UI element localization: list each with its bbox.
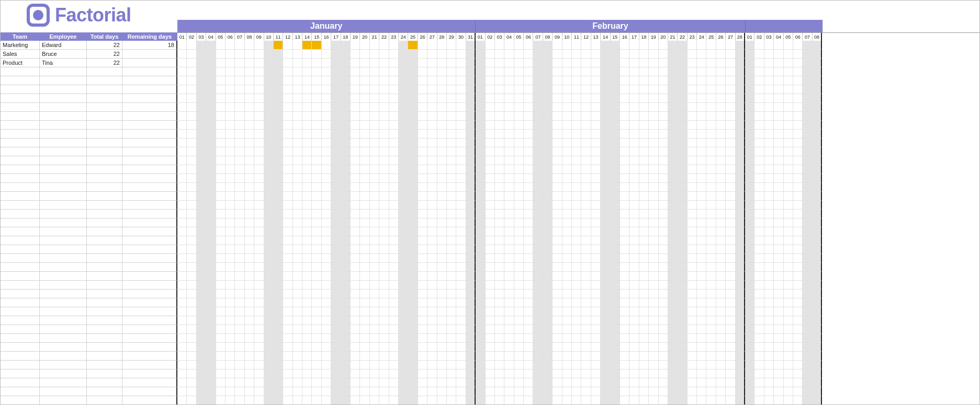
day-cell[interactable] xyxy=(427,183,437,192)
day-cell[interactable] xyxy=(274,272,283,281)
day-cell[interactable] xyxy=(302,41,312,50)
day-cell[interactable] xyxy=(706,272,716,281)
day-cell[interactable] xyxy=(524,227,533,236)
day-cell[interactable] xyxy=(745,352,754,361)
day-cell[interactable] xyxy=(197,174,206,183)
cell-remaining-days[interactable] xyxy=(122,343,177,352)
day-cell[interactable] xyxy=(659,325,668,334)
day-cell[interactable] xyxy=(514,67,524,76)
day-cell[interactable] xyxy=(370,369,379,378)
day-cell[interactable] xyxy=(706,396,716,405)
cell-team[interactable] xyxy=(1,396,40,405)
day-cell[interactable] xyxy=(206,290,216,298)
day-cell[interactable] xyxy=(784,112,793,121)
cell-total-days[interactable] xyxy=(87,307,122,316)
cell-team[interactable] xyxy=(1,192,40,201)
day-cell[interactable] xyxy=(389,201,399,210)
day-cell[interactable] xyxy=(697,352,706,361)
day-cell[interactable] xyxy=(476,343,485,352)
day-cell[interactable] xyxy=(726,174,735,183)
day-cell[interactable] xyxy=(764,218,774,227)
day-cell[interactable] xyxy=(293,254,302,263)
day-cell[interactable] xyxy=(533,59,543,67)
day-cell[interactable] xyxy=(620,201,629,210)
day-cell[interactable] xyxy=(629,201,639,210)
day-cell[interactable] xyxy=(447,272,456,281)
cell-employee[interactable] xyxy=(40,121,87,130)
cell-team[interactable]: Marketing xyxy=(1,41,40,50)
day-cell[interactable] xyxy=(331,192,341,201)
day-cell[interactable] xyxy=(668,174,678,183)
day-cell[interactable] xyxy=(533,210,543,218)
day-cell[interactable] xyxy=(427,121,437,130)
day-header-cell[interactable]: 10 xyxy=(562,33,572,41)
day-cell[interactable] xyxy=(466,130,476,138)
day-cell[interactable] xyxy=(235,298,244,307)
day-cell[interactable] xyxy=(774,192,783,201)
day-cell[interactable] xyxy=(659,298,668,307)
day-cell[interactable] xyxy=(629,227,639,236)
day-cell[interactable] xyxy=(688,41,697,50)
day-cell[interactable] xyxy=(370,387,379,396)
day-cell[interactable] xyxy=(793,183,803,192)
day-cell[interactable] xyxy=(562,138,572,147)
day-cell[interactable] xyxy=(312,316,321,325)
day-cell[interactable] xyxy=(813,41,822,50)
day-cell[interactable] xyxy=(754,192,764,201)
day-cell[interactable] xyxy=(351,281,360,290)
day-cell[interactable] xyxy=(495,50,504,59)
day-cell[interactable] xyxy=(553,112,562,121)
day-cell[interactable] xyxy=(177,378,187,387)
day-cell[interactable] xyxy=(177,334,187,343)
day-cell[interactable] xyxy=(206,94,216,103)
day-cell[interactable] xyxy=(774,210,783,218)
cell-team[interactable] xyxy=(1,272,40,281)
day-cell[interactable] xyxy=(427,192,437,201)
day-cell[interactable] xyxy=(437,281,447,290)
day-cell[interactable] xyxy=(716,94,726,103)
day-cell[interactable] xyxy=(427,272,437,281)
day-cell[interactable] xyxy=(351,316,360,325)
day-cell[interactable] xyxy=(312,227,321,236)
day-cell[interactable] xyxy=(312,165,321,174)
day-cell[interactable] xyxy=(427,369,437,378)
day-cell[interactable] xyxy=(177,183,187,192)
day-cell[interactable] xyxy=(601,192,610,201)
day-cell[interactable] xyxy=(736,165,745,174)
day-cell[interactable] xyxy=(486,41,495,50)
day-cell[interactable] xyxy=(466,174,476,183)
day-cell[interactable] xyxy=(514,138,524,147)
day-cell[interactable] xyxy=(754,121,764,130)
day-cell[interactable] xyxy=(206,236,216,245)
day-cell[interactable] xyxy=(293,192,302,201)
day-cell[interactable] xyxy=(659,85,668,94)
day-cell[interactable] xyxy=(456,94,466,103)
day-cell[interactable] xyxy=(601,130,610,138)
day-cell[interactable] xyxy=(254,50,264,59)
day-cell[interactable] xyxy=(706,254,716,263)
day-cell[interactable] xyxy=(495,290,504,298)
day-cell[interactable] xyxy=(216,112,226,121)
day-cell[interactable] xyxy=(274,325,283,334)
day-cell[interactable] xyxy=(745,138,754,147)
day-cell[interactable] xyxy=(437,263,447,272)
day-cell[interactable] xyxy=(813,352,822,361)
day-cell[interactable] xyxy=(447,192,456,201)
day-cell[interactable] xyxy=(283,281,292,290)
day-cell[interactable] xyxy=(639,254,649,263)
day-cell[interactable] xyxy=(254,138,264,147)
day-cell[interactable] xyxy=(331,76,341,85)
day-cell[interactable] xyxy=(524,298,533,307)
day-cell[interactable] xyxy=(264,183,274,192)
day-cell[interactable] xyxy=(254,281,264,290)
day-cell[interactable] xyxy=(784,316,793,325)
day-cell[interactable] xyxy=(293,138,302,147)
day-cell[interactable] xyxy=(408,245,418,254)
day-cell[interactable] xyxy=(803,76,812,85)
day-cell[interactable] xyxy=(370,307,379,316)
day-cell[interactable] xyxy=(245,316,254,325)
day-cell[interactable] xyxy=(447,325,456,334)
day-cell[interactable] xyxy=(581,307,591,316)
day-cell[interactable] xyxy=(456,334,466,343)
day-header-cell[interactable]: 03 xyxy=(495,33,504,41)
